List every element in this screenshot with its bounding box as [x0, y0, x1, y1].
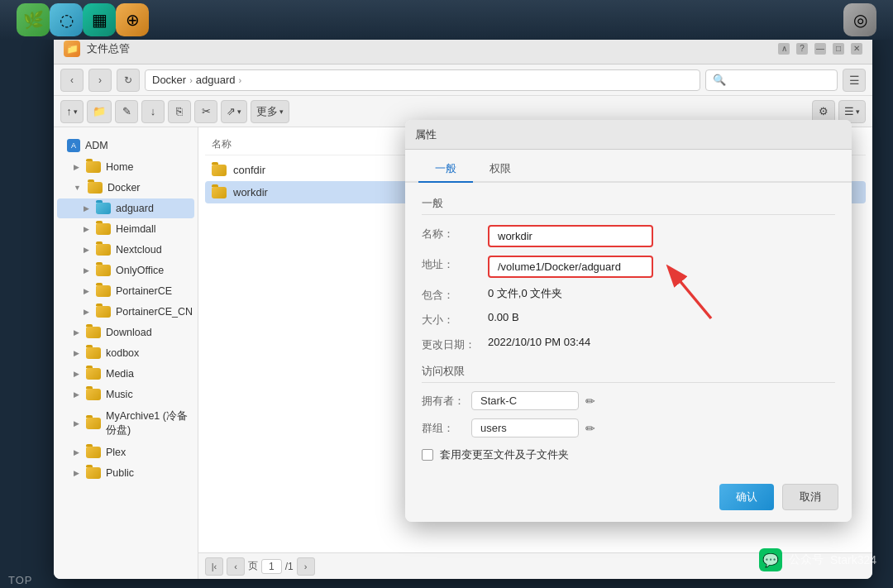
tab-general[interactable]: 一般: [418, 156, 473, 183]
apply-checkbox[interactable]: [422, 449, 433, 461]
tab-permissions[interactable]: 权限: [473, 156, 528, 183]
owner-edit-icon[interactable]: ✏: [585, 394, 595, 408]
sidebar-item-adguard[interactable]: ▶ adguard: [57, 198, 194, 218]
more-button[interactable]: 更多 ▾: [251, 100, 289, 123]
public-folder-icon: [86, 467, 101, 479]
help-button[interactable]: ?: [796, 43, 808, 55]
apply-row: 套用变更至文件及子文件夹: [422, 447, 835, 462]
upload-icon: ↑: [66, 105, 72, 117]
prev-page-button[interactable]: ‹: [227, 557, 245, 576]
taskbar-icon-4[interactable]: ⊕: [116, 3, 149, 36]
sidebar-item-kodbox[interactable]: ▶ kodbox: [57, 343, 194, 363]
search-icon: 🔍: [713, 74, 726, 86]
watermark-text: 公众号: [789, 552, 824, 567]
forward-button[interactable]: ›: [88, 69, 112, 92]
dialog-content: 一般 名称： workdir 地址： /volume1/Docker/adgua…: [405, 183, 852, 476]
sidebar-item-media[interactable]: ▶ Media: [57, 364, 194, 384]
chevron-icon-heimdall: ▶: [84, 225, 89, 233]
back-button[interactable]: ‹: [60, 69, 84, 92]
page-label: 页: [248, 559, 258, 573]
maximize-button[interactable]: □: [833, 43, 844, 55]
size-value: 0.00 B: [488, 311, 835, 323]
sidebar-item-onlyoffice[interactable]: ▶ OnlyOffice: [57, 261, 194, 280]
share-button[interactable]: ⇗ ▾: [221, 100, 247, 123]
download-button[interactable]: ↓: [141, 100, 165, 123]
sidebar-item-docker[interactable]: ▼ Docker: [57, 178, 194, 198]
sidebar-label-adguard: adguard: [116, 203, 154, 214]
contains-row: 包含： 0 文件,0 文件夹: [422, 286, 835, 303]
sidebar-item-portainerce[interactable]: ▶ PortainerCE: [57, 281, 194, 301]
chevron-icon-portainerce-cn: ▶: [84, 308, 89, 316]
taskbar: 🌿 ◌ ▦ ⊕ ◎: [0, 0, 893, 40]
rename-button[interactable]: ✎: [115, 100, 138, 123]
taskbar-icon-2[interactable]: ◌: [50, 3, 83, 36]
chevron-icon: ▶: [74, 163, 79, 171]
size-row: 大小： 0.00 B: [422, 311, 835, 327]
sidebar-item-public[interactable]: ▶ Public: [57, 463, 194, 483]
window-title: 文件总管: [87, 41, 771, 56]
confirm-label: 确认: [736, 490, 757, 503]
sidebar-root-adm[interactable]: A ADM: [57, 135, 194, 156]
chevron-icon-media: ▶: [74, 370, 79, 378]
breadcrumb-sep-1: ›: [189, 75, 193, 85]
cut-icon: ✂: [202, 105, 211, 117]
view-options-button[interactable]: ☰: [843, 69, 866, 92]
group-edit-icon[interactable]: ✏: [585, 422, 595, 435]
wechat-watermark: 💬 公众号 Stark324: [759, 548, 876, 571]
breadcrumb-docker: Docker: [152, 74, 186, 86]
sidebar-item-music[interactable]: ▶ Music: [57, 385, 194, 404]
sidebar-item-download[interactable]: ▶ Download: [57, 323, 194, 342]
next-page-button[interactable]: ›: [297, 557, 315, 576]
refresh-button[interactable]: ↻: [117, 69, 140, 92]
name-row: 名称： workdir: [422, 225, 835, 247]
tab-permissions-label: 权限: [489, 162, 511, 174]
plex-folder-icon: [86, 447, 101, 458]
sidebar-label-plex: Plex: [106, 447, 126, 458]
tab-general-label: 一般: [435, 162, 456, 174]
modified-value: 2022/10/10 PM 03:44: [488, 336, 835, 348]
search-input[interactable]: [729, 74, 829, 86]
chevron-icon-plex: ▶: [74, 448, 79, 457]
breadcrumb-sep-2: ›: [239, 75, 242, 85]
sidebar-item-nextcloud[interactable]: ▶ Nextcloud: [57, 240, 194, 260]
minimize-button[interactable]: ∧: [778, 43, 790, 55]
cancel-button[interactable]: 取消: [782, 484, 838, 510]
apply-label: 套用变更至文件及子文件夹: [440, 447, 569, 462]
sidebar-item-portainerce-cn[interactable]: ▶ PortainerCE_CN: [57, 302, 194, 322]
copy-button[interactable]: ⎘: [168, 100, 191, 123]
first-page-button[interactable]: |‹: [205, 557, 223, 576]
confirm-button[interactable]: 确认: [719, 484, 774, 510]
chevron-icon-portainerce: ▶: [84, 287, 89, 295]
chevron-icon-myarchive: ▶: [74, 419, 79, 428]
sidebar-item-home[interactable]: ▶ Home: [57, 157, 194, 177]
chevron-icon-public: ▶: [74, 469, 79, 477]
minimize-window-button[interactable]: —: [814, 43, 826, 55]
share-icon: ⇗: [227, 105, 236, 117]
share-dropdown-icon: ▾: [237, 108, 241, 116]
owner-row: 拥有者： Stark-C ✏: [422, 391, 835, 410]
total-pages: /1: [285, 561, 294, 572]
docker-folder-icon: [88, 182, 103, 194]
sidebar-label-docker: Docker: [107, 182, 141, 194]
sidebar-label-home: Home: [106, 161, 133, 173]
sidebar-item-heimdall[interactable]: ▶ Heimdall: [57, 219, 194, 239]
sidebar-item-plex[interactable]: ▶ Plex: [57, 442, 194, 462]
taskbar-icon-5[interactable]: ◎: [843, 3, 876, 36]
chevron-icon-docker: ▼: [74, 184, 81, 192]
taskbar-icon-3[interactable]: ▦: [83, 3, 116, 36]
address-bar[interactable]: Docker › adguard ›: [145, 69, 700, 91]
contains-label: 包含：: [422, 286, 488, 303]
close-button[interactable]: ✕: [851, 43, 862, 55]
confdir-name: confdir: [233, 164, 265, 176]
search-bar[interactable]: 🔍: [705, 69, 838, 91]
group-label: 群组：: [422, 421, 471, 436]
create-folder-button[interactable]: 📁: [87, 100, 112, 123]
sidebar-label-media: Media: [106, 368, 134, 380]
folder-icon: 📁: [93, 105, 106, 117]
name-value: workdir: [488, 225, 653, 247]
dialog-footer: 确认 取消: [405, 476, 852, 522]
upload-button[interactable]: ↑ ▾: [60, 100, 84, 123]
cut-button[interactable]: ✂: [194, 100, 217, 123]
taskbar-icon-1[interactable]: 🌿: [17, 3, 50, 36]
sidebar-item-myarchive[interactable]: ▶ MyArchive1 (冷备份盘): [57, 405, 194, 442]
